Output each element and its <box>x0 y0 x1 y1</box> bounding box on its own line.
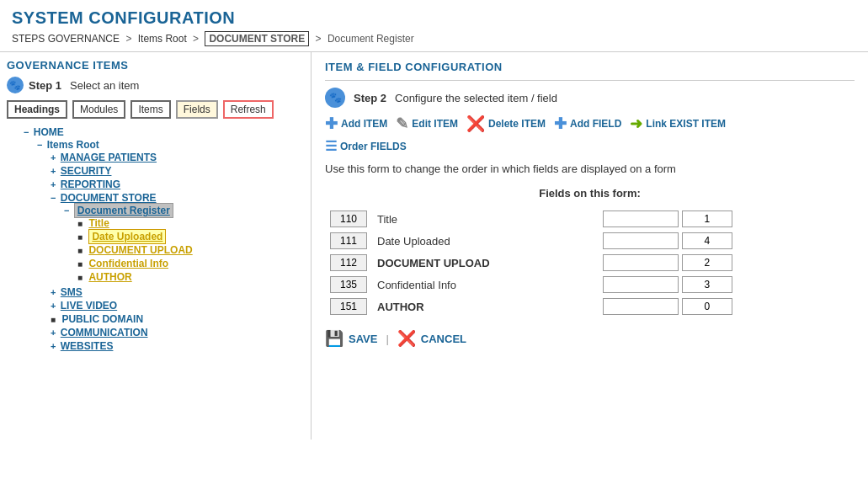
field-order-val-date[interactable] <box>682 232 732 249</box>
field-order-val-docupload[interactable] <box>682 254 732 271</box>
item-field-config-title: ITEM & FIELD CONFIGURATION <box>325 61 855 73</box>
add-field-icon: ✚ <box>554 115 567 133</box>
step1-icon: 🐾 <box>7 77 24 93</box>
communication-expander[interactable]: + <box>51 328 56 338</box>
field-order-box1-date[interactable] <box>603 232 679 249</box>
field-id-110 <box>330 211 367 227</box>
field-order-box1-title[interactable] <box>603 211 679 227</box>
headings-button[interactable]: Headings <box>7 100 67 119</box>
fields-button[interactable]: Fields <box>176 100 218 119</box>
field-row-title: Title <box>325 208 855 230</box>
field-id-135 <box>330 276 367 293</box>
form-title: Fields on this form: <box>325 187 855 200</box>
tree-sms[interactable]: SMS <box>61 286 83 298</box>
author-bullet: ■ <box>77 273 83 282</box>
tree-communication[interactable]: COMMUNICATION <box>61 327 148 338</box>
home-expander[interactable]: − <box>24 127 29 137</box>
field-row-conf-info: Confidential Info <box>325 274 855 296</box>
tree-date-uploaded[interactable]: Date Uploaded <box>88 229 166 244</box>
link-exist-label: Link EXIST ITEM <box>646 118 726 130</box>
tree-public-domain[interactable]: PUBLIC DOMAIN <box>61 313 143 325</box>
info-text: Use this form to change the order in whi… <box>325 163 855 175</box>
order-fields-button[interactable]: ☰ Order FIELDS <box>325 138 855 154</box>
tree-reporting[interactable]: REPORTING <box>61 179 120 190</box>
step1-instruction: Select an item <box>70 79 139 92</box>
date-uploaded-bullet: ■ <box>77 232 83 242</box>
add-item-button[interactable]: ✚ Add ITEM <box>325 115 387 133</box>
tree-live-video[interactable]: LIVE VIDEO <box>61 300 117 312</box>
refresh-button[interactable]: Refresh <box>223 100 274 119</box>
tree-confidential-info[interactable]: Confidential Info <box>88 258 168 269</box>
edit-item-icon: ✎ <box>396 115 408 133</box>
governance-items-title: GOVERNANCE ITEMS <box>7 59 304 72</box>
tree-home[interactable]: HOME <box>34 126 64 138</box>
reporting-expander[interactable]: + <box>51 179 56 189</box>
add-field-label: Add FIELD <box>570 118 621 130</box>
field-order-box1-docupload[interactable] <box>603 254 679 271</box>
field-order-val-title[interactable] <box>682 211 732 227</box>
right-panel: ITEM & FIELD CONFIGURATION 🐾 Step 2 Conf… <box>312 52 868 440</box>
field-name-title: Title <box>372 208 598 230</box>
tree-manage-patients[interactable]: MANAGE PATIENTS <box>61 152 157 163</box>
link-exist-icon: ➜ <box>630 115 642 133</box>
manage-patients-expander[interactable]: + <box>51 152 56 163</box>
field-id-151 <box>330 298 367 315</box>
step1-label: Step 1 <box>29 79 61 92</box>
items-root-expander[interactable]: − <box>37 140 42 150</box>
field-row-doc-upload: DOCUMENT UPLOAD <box>325 252 855 274</box>
field-order-val-conf[interactable] <box>682 276 732 293</box>
step2-instruction: Configure the selected item / field <box>395 92 557 104</box>
field-id-111 <box>330 232 367 249</box>
field-id-112 <box>330 254 367 271</box>
edit-item-button[interactable]: ✎ Edit ITEM <box>396 115 458 133</box>
cancel-button[interactable]: CANCEL <box>421 333 466 345</box>
tree-author[interactable]: AUTHOR <box>88 271 131 283</box>
add-item-icon: ✚ <box>325 115 338 133</box>
link-exist-button[interactable]: ➜ Link EXIST ITEM <box>630 115 726 133</box>
doc-store-expander[interactable]: − <box>51 193 56 203</box>
live-video-expander[interactable]: + <box>51 301 56 311</box>
page-title: SYSTEM CONFIGURATION <box>0 0 868 31</box>
tree-items-root[interactable]: Items Root <box>47 139 99 151</box>
tree-websites[interactable]: WEBSITES <box>61 340 114 352</box>
step1-buttons: Headings Modules Items Fields Refresh <box>7 100 304 119</box>
step2-icon: 🐾 <box>325 88 345 108</box>
field-order-box1-conf[interactable] <box>603 276 679 293</box>
step2-label: Step 2 <box>354 92 386 104</box>
field-name-author: AUTHOR <box>372 296 598 317</box>
tree-security[interactable]: SECURITY <box>61 165 112 177</box>
add-field-button[interactable]: ✚ Add FIELD <box>554 115 621 133</box>
tree-title[interactable]: Title <box>88 217 109 229</box>
items-button[interactable]: Items <box>130 100 170 119</box>
breadcrumb: STEPS GOVERNANCE > Items Root > DOCUMENT… <box>0 31 868 51</box>
websites-expander[interactable]: + <box>51 341 56 351</box>
tree-document-register[interactable]: Document Register <box>74 203 173 218</box>
save-button[interactable]: SAVE <box>349 333 377 345</box>
doc-register-expander[interactable]: − <box>64 205 69 216</box>
field-order-box1-author[interactable] <box>603 298 679 315</box>
pipe-separator: | <box>386 333 388 345</box>
add-item-label: Add ITEM <box>341 118 387 130</box>
tree-document-store[interactable]: DOCUMENT STORE <box>61 192 157 204</box>
breadcrumb-items-root[interactable]: Items Root <box>138 33 187 45</box>
step1-bar: 🐾 Step 1 Select an item <box>7 77 304 93</box>
order-fields-icon: ☰ <box>325 138 337 154</box>
save-icon: 💾 <box>325 329 343 348</box>
breadcrumb-doc-store[interactable]: DOCUMENT STORE <box>205 31 309 46</box>
delete-item-label: Delete ITEM <box>488 118 546 130</box>
breadcrumb-steps-gov[interactable]: STEPS GOVERNANCE <box>12 33 120 45</box>
conf-info-bullet: ■ <box>77 259 83 269</box>
tree-document-upload[interactable]: DOCUMENT UPLOAD <box>88 244 192 256</box>
left-panel: GOVERNANCE ITEMS 🐾 Step 1 Select an item… <box>0 52 312 440</box>
cancel-icon: ❌ <box>397 329 416 348</box>
public-domain-bullet: ■ <box>51 315 56 324</box>
modules-button[interactable]: Modules <box>72 100 125 119</box>
sms-expander[interactable]: + <box>51 287 56 297</box>
field-order-val-author[interactable] <box>682 298 732 315</box>
delete-item-button[interactable]: ❌ Delete ITEM <box>466 115 546 133</box>
breadcrumb-doc-register: Document Register <box>327 33 414 45</box>
field-row-author: AUTHOR <box>325 296 855 317</box>
security-expander[interactable]: + <box>51 166 56 176</box>
delete-item-icon: ❌ <box>466 115 485 133</box>
field-name-date-uploaded: Date Uploaded <box>372 230 598 252</box>
